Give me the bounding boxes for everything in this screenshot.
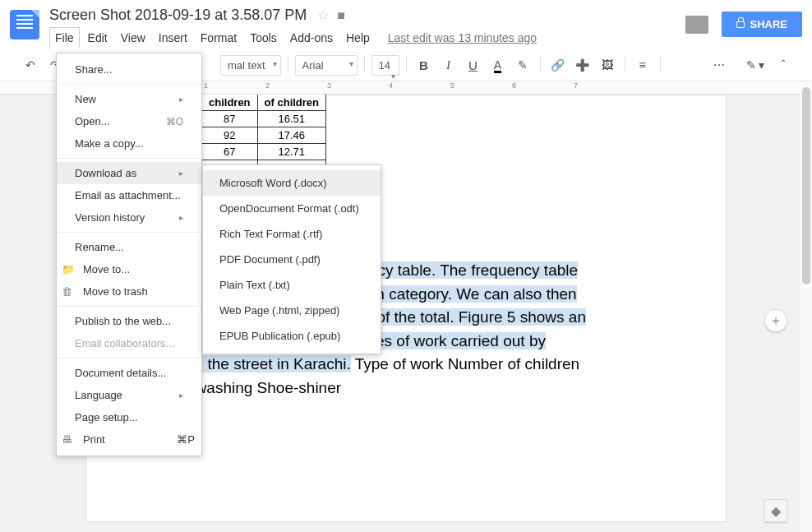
align-icon[interactable]: ≡ bbox=[632, 54, 653, 76]
comment-insert-icon[interactable]: ➕ bbox=[572, 54, 593, 76]
collapse-icon[interactable]: ˆ bbox=[773, 54, 794, 76]
download-txt[interactable]: Plain Text (.txt) bbox=[203, 272, 381, 298]
share-label: SHARE bbox=[750, 18, 787, 30]
trash-icon: 🗑 bbox=[62, 285, 75, 298]
menu-tools[interactable]: Tools bbox=[245, 28, 282, 48]
comments-icon[interactable] bbox=[685, 16, 708, 34]
menu-bar: File Edit View Insert Format Tools Add-o… bbox=[49, 27, 685, 48]
print-icon: 🖶 bbox=[62, 433, 75, 446]
size-select[interactable]: 14 bbox=[371, 55, 399, 76]
bold-icon[interactable]: B bbox=[413, 54, 435, 76]
share-button[interactable]: SHARE bbox=[722, 12, 802, 37]
add-comment-button[interactable]: ＋ bbox=[764, 309, 787, 332]
text-color-icon[interactable]: A bbox=[487, 54, 509, 76]
image-icon[interactable]: 🖼 bbox=[597, 54, 618, 76]
menu-language[interactable]: Language▸ bbox=[57, 384, 201, 406]
download-epub[interactable]: EPUB Publication (.epub) bbox=[203, 323, 381, 349]
download-docx[interactable]: Microsoft Word (.docx) bbox=[203, 170, 381, 196]
style-select[interactable]: mal text bbox=[220, 55, 281, 76]
menu-make-copy[interactable]: Make a copy... bbox=[57, 132, 201, 155]
menu-print[interactable]: 🖶Print⌘P bbox=[57, 428, 201, 451]
underline-icon[interactable]: U bbox=[463, 54, 484, 76]
menu-version-history[interactable]: Version history▸ bbox=[57, 206, 201, 229]
menu-move-to[interactable]: 📁Move to... bbox=[57, 258, 201, 280]
menu-doc-details[interactable]: Document details... bbox=[57, 362, 201, 384]
download-pdf[interactable]: PDF Document (.pdf) bbox=[203, 247, 381, 272]
italic-icon[interactable]: I bbox=[438, 54, 459, 76]
menu-email-collab: Email collaborators... bbox=[57, 332, 201, 354]
menu-new[interactable]: New▸ bbox=[57, 88, 201, 110]
menu-rename[interactable]: Rename... bbox=[57, 236, 201, 258]
file-dropdown: Share... New▸ Open...⌘O Make a copy... D… bbox=[56, 53, 202, 456]
download-odt[interactable]: OpenDocument Format (.odt) bbox=[203, 196, 381, 221]
download-rtf[interactable]: Rich Text Format (.rtf) bbox=[203, 221, 381, 247]
menu-edit[interactable]: Edit bbox=[83, 28, 113, 48]
download-submenu: Microsoft Word (.docx) OpenDocument Form… bbox=[202, 164, 381, 354]
highlight-icon[interactable]: ✎ bbox=[512, 54, 533, 76]
menu-share[interactable]: Share... bbox=[57, 58, 201, 81]
menu-addons[interactable]: Add-ons bbox=[285, 28, 338, 48]
menu-open[interactable]: Open...⌘O bbox=[57, 110, 201, 132]
scroll-thumb[interactable] bbox=[802, 87, 810, 285]
menu-view[interactable]: View bbox=[116, 28, 150, 48]
menu-file[interactable]: File bbox=[49, 27, 80, 48]
link-icon[interactable]: 🔗 bbox=[547, 54, 569, 76]
last-edit-link[interactable]: Last edit was 13 minutes ago bbox=[388, 31, 537, 44]
document-title[interactable]: Screen Shot 2018-09-19 at 3.58.07 PM bbox=[49, 7, 307, 24]
menu-insert[interactable]: Insert bbox=[154, 28, 192, 48]
more-icon[interactable]: ⋯ bbox=[708, 54, 730, 76]
folder-move-icon: 📁 bbox=[62, 263, 75, 275]
explore-button[interactable]: ◆ bbox=[764, 499, 787, 522]
menu-email-attachment[interactable]: Email as attachment... bbox=[57, 184, 201, 206]
menu-move-trash[interactable]: 🗑Move to trash bbox=[57, 280, 201, 303]
download-html[interactable]: Web Page (.html, zipped) bbox=[203, 298, 381, 323]
menu-format[interactable]: Format bbox=[196, 28, 242, 48]
menu-download-as[interactable]: Download as▸ bbox=[57, 162, 201, 184]
docs-logo[interactable] bbox=[10, 10, 39, 39]
menu-help[interactable]: Help bbox=[341, 28, 375, 48]
menu-publish[interactable]: Publish to the web... bbox=[57, 310, 201, 332]
lock-icon bbox=[736, 21, 745, 28]
menu-page-setup[interactable]: Page setup... bbox=[57, 406, 201, 428]
vertical-scrollbar[interactable] bbox=[800, 87, 812, 532]
font-select[interactable]: Arial bbox=[295, 55, 358, 76]
star-icon[interactable]: ☆ bbox=[317, 8, 329, 22]
editing-mode-icon[interactable]: ✎ ▾ bbox=[745, 54, 766, 76]
folder-icon[interactable]: ■ bbox=[337, 8, 345, 22]
undo-icon[interactable]: ↶ bbox=[20, 54, 41, 76]
